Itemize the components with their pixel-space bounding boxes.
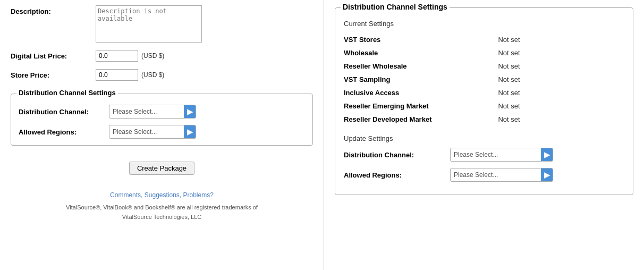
footer-trademark-line2: VitalSource Technologies, LLC xyxy=(122,214,201,220)
right-dist-channel-label: Distribution Channel: xyxy=(344,151,450,159)
right-dist-channel-select[interactable]: Please Select... xyxy=(451,149,541,160)
left-dist-channel-row: Distribution Channel: Please Select... ▶ xyxy=(19,105,305,119)
setting-name: VST Sampling xyxy=(344,73,498,86)
table-row: VST Stores Not set xyxy=(344,33,624,46)
store-price-currency: (USD $) xyxy=(141,71,164,79)
right-dist-channel-row: Distribution Channel: Please Select... ▶ xyxy=(344,148,624,162)
current-settings-label: Current Settings xyxy=(344,20,624,28)
settings-table: VST Stores Not set Wholesale Not set Res… xyxy=(344,33,624,126)
right-allowed-regions-select[interactable]: Please Select... xyxy=(451,170,541,180)
left-panel: Description: Digital List Price: (USD $)… xyxy=(0,0,324,270)
setting-name: Reseller Developed Market xyxy=(344,113,498,126)
setting-value: Not set xyxy=(498,99,624,113)
setting-name: Reseller Wholesale xyxy=(344,60,498,73)
update-settings-label: Update Settings xyxy=(344,134,624,142)
table-row: Inclusive Access Not set xyxy=(344,86,624,99)
table-row: Wholesale Not set xyxy=(344,46,624,60)
description-row: Description: xyxy=(11,5,313,43)
right-dist-channel-settings-box: Distribution Channel Settings Current Se… xyxy=(335,7,633,195)
right-panel: Distribution Channel Settings Current Se… xyxy=(324,0,644,270)
digital-price-input[interactable] xyxy=(96,50,138,62)
left-allowed-regions-select[interactable]: Please Select... xyxy=(109,126,184,137)
right-dist-channel-select-btn[interactable]: ▶ xyxy=(541,148,553,161)
digital-price-label: Digital List Price: xyxy=(11,50,96,60)
right-dist-channel-settings-title: Distribution Channel Settings xyxy=(341,3,450,11)
table-row: Reseller Developed Market Not set xyxy=(344,113,624,126)
right-allowed-regions-row: Allowed Regions: Please Select... ▶ xyxy=(344,168,624,182)
left-allowed-regions-select-btn[interactable]: ▶ xyxy=(184,125,196,138)
store-price-input[interactable] xyxy=(96,69,138,81)
table-row: Reseller Emerging Market Not set xyxy=(344,99,624,113)
left-dist-channel-select-btn[interactable]: ▶ xyxy=(184,105,196,118)
feedback-link[interactable]: Comments, Suggestions, Problems? xyxy=(110,191,214,199)
setting-name: Reseller Emerging Market xyxy=(344,99,498,113)
right-dist-channel-select-wrap: Please Select... ▶ xyxy=(450,148,553,162)
left-dist-channel-box-title: Distribution Channel Settings xyxy=(16,89,118,97)
description-label: Description: xyxy=(11,5,96,15)
create-package-button[interactable]: Create Package xyxy=(129,162,194,175)
right-allowed-regions-select-btn[interactable]: ▶ xyxy=(541,168,553,181)
left-allowed-regions-row: Allowed Regions: Please Select... ▶ xyxy=(19,125,305,139)
footer-links: Comments, Suggestions, Problems? xyxy=(11,191,313,199)
setting-value: Not set xyxy=(498,86,624,99)
setting-value: Not set xyxy=(498,113,624,126)
left-dist-channel-select-wrap: Please Select... ▶ xyxy=(109,105,196,119)
setting-name: Inclusive Access xyxy=(344,86,498,99)
left-allowed-regions-label: Allowed Regions: xyxy=(19,128,109,136)
table-row: Reseller Wholesale Not set xyxy=(344,60,624,73)
left-allowed-regions-select-wrap: Please Select... ▶ xyxy=(109,125,196,139)
footer-trademark-line1: VitalSource®, VitalBook® and Bookshelf® … xyxy=(66,204,258,210)
left-dist-channel-select[interactable]: Please Select... xyxy=(109,106,184,117)
setting-name: VST Stores xyxy=(344,33,498,46)
setting-value: Not set xyxy=(498,46,624,60)
store-price-controls: (USD $) xyxy=(96,69,164,81)
description-textarea[interactable] xyxy=(96,5,202,43)
setting-value: Not set xyxy=(498,60,624,73)
digital-price-row: Digital List Price: (USD $) xyxy=(11,50,313,62)
setting-value: Not set xyxy=(498,73,624,86)
setting-name: Wholesale xyxy=(344,46,498,60)
right-allowed-regions-label: Allowed Regions: xyxy=(344,171,450,179)
left-dist-channel-box: Distribution Channel Settings Distributi… xyxy=(11,94,313,146)
left-dist-channel-label: Distribution Channel: xyxy=(19,108,109,116)
store-price-row: Store Price: (USD $) xyxy=(11,69,313,81)
digital-price-currency: (USD $) xyxy=(141,52,164,60)
setting-value: Not set xyxy=(498,33,624,46)
digital-price-controls: (USD $) xyxy=(96,50,164,62)
footer-trademark: VitalSource®, VitalBook® and Bookshelf® … xyxy=(11,203,313,222)
table-row: VST Sampling Not set xyxy=(344,73,624,86)
right-allowed-regions-select-wrap: Please Select... ▶ xyxy=(450,168,553,182)
store-price-label: Store Price: xyxy=(11,69,96,79)
